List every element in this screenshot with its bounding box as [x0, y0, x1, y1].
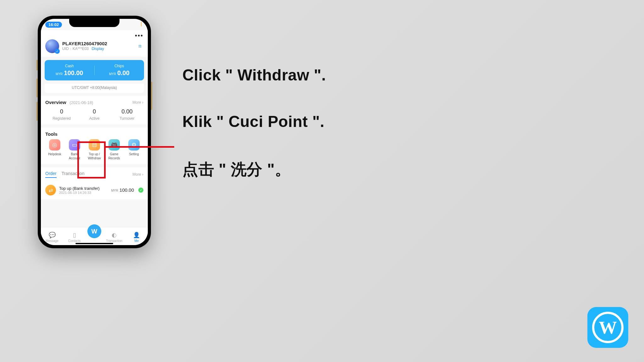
tools-title: Tools: [45, 131, 143, 137]
phone-vol-down: [36, 102, 38, 121]
qr-icon[interactable]: ⌗: [136, 43, 143, 50]
display-link[interactable]: Display: [92, 47, 104, 51]
chips-amount: 0.00: [117, 69, 130, 77]
timezone-label: UTC/GMT +8:00(Malaysia): [45, 84, 144, 93]
nav-message[interactable]: 💬Message: [43, 232, 62, 243]
overview-more-label: More: [132, 100, 141, 105]
transfer-icon: ⇄: [45, 185, 56, 195]
nav-message-label: Message: [46, 239, 58, 243]
setting-icon: ⚙: [128, 139, 140, 151]
nav-contacts[interactable]: ▯Contacts: [65, 232, 84, 243]
registered-value: 0: [45, 108, 78, 115]
registered-label: Registered: [45, 116, 78, 121]
tool-bank-account[interactable]: ▭Bank Account: [65, 139, 84, 160]
nav-contacts-label: Contacts: [68, 239, 80, 243]
orders-more-label: More: [132, 172, 141, 177]
phone-power: [151, 82, 152, 110]
turnover-label: Turnover: [111, 116, 143, 121]
status-bar: 16:02: [41, 19, 148, 30]
player-uid: UID：KA***E03 Display: [62, 46, 133, 52]
nav-me-label: Me: [134, 239, 139, 243]
instruction-ms: Klik " Cuci Point ".: [182, 112, 326, 131]
overview-section: Overview (2021-06-18) More › 0Registered…: [41, 96, 148, 124]
chips-column: Chips MYR0.00: [95, 64, 144, 77]
tools-section: Tools ◎Helpdesk ▭Bank Account ⊟Top up / …: [41, 128, 148, 164]
orders-more[interactable]: More ›: [132, 172, 143, 177]
bank-icon: ▭: [69, 139, 80, 151]
uid-prefix: UID：: [62, 47, 73, 51]
message-icon: 💬: [43, 232, 62, 239]
orders-section: Order Transaction More › ⇄ Top up (Bank …: [41, 167, 148, 199]
tab-transaction[interactable]: Transaction: [62, 171, 85, 178]
txn-title: Top up (Bank transfer): [59, 186, 108, 191]
chips-currency: MYR: [109, 72, 116, 76]
helpdesk-label: Helpdesk: [45, 152, 64, 156]
txn-currency: MYR: [111, 189, 118, 192]
brand-logo: W: [587, 307, 628, 348]
txn-amount: 100.00: [119, 187, 134, 193]
nav-center-button[interactable]: W: [87, 224, 101, 238]
nav-me[interactable]: 👤Me: [127, 232, 146, 243]
highlight-connector: [106, 146, 174, 148]
overview-date: (2021-06-18): [69, 100, 93, 105]
bank-label: Bank Account: [65, 152, 84, 160]
topup-label: Top up / Withdraw: [85, 152, 104, 160]
transaction-row[interactable]: ⇄ Top up (Bank transfer) 2021-06-19 14:2…: [45, 181, 143, 195]
game-label: Game Records: [105, 152, 124, 160]
setting-label: Setting: [125, 152, 143, 156]
status-time: 16:02: [45, 22, 62, 28]
player-name: PLAYER1260479002: [62, 41, 133, 46]
tab-order[interactable]: Order: [45, 171, 57, 178]
profile-header: ••• PLAYER1260479002 UID：KA***E03 Displa…: [41, 30, 148, 57]
phone-mute-switch: [36, 60, 38, 70]
chips-label: Chips: [95, 64, 144, 68]
helpdesk-icon: ◎: [49, 139, 60, 151]
transaction-icon: ◐: [105, 232, 124, 239]
bottom-nav: 💬Message ▯Contacts W ◐Transaction 👤Me: [41, 227, 148, 245]
cash-column: Cash MYR100.00: [45, 64, 94, 77]
overview-title: Overview: [45, 100, 66, 105]
game-icon: 🎮: [108, 139, 120, 151]
active-value: 0: [78, 108, 111, 115]
tool-topup-withdraw[interactable]: ⊟Top up / Withdraw: [85, 139, 104, 160]
txn-time: 2021-06-19 14:26:33: [59, 191, 108, 195]
cash-label: Cash: [45, 64, 94, 68]
uid-value: KA***E03: [73, 47, 89, 51]
instructions: Click " Withdraw ". Klik " Cuci Point ".…: [182, 66, 326, 208]
tool-helpdesk[interactable]: ◎Helpdesk: [45, 139, 64, 160]
nav-transaction[interactable]: ◐Transaction: [105, 232, 124, 243]
more-options-icon[interactable]: •••: [135, 32, 143, 39]
topup-icon: ⊟: [89, 139, 100, 151]
turnover-value: 0.00: [111, 108, 143, 115]
phone-mockup: 16:02 ••• PLAYER1260479002 UID：KA***E03 …: [38, 16, 151, 248]
avatar[interactable]: [45, 39, 59, 53]
status-signal-icon: [141, 22, 142, 26]
contacts-icon: ▯: [65, 232, 84, 239]
brand-logo-letter: W: [592, 312, 624, 343]
overview-more[interactable]: More ›: [132, 100, 143, 105]
app-screen: 16:02 ••• PLAYER1260479002 UID：KA***E03 …: [41, 19, 148, 245]
cash-amount: 100.00: [64, 69, 83, 77]
active-label: Active: [78, 116, 111, 121]
tool-game-records[interactable]: 🎮Game Records: [105, 139, 124, 160]
me-icon: 👤: [127, 232, 146, 239]
home-indicator: [75, 243, 113, 244]
instruction-zh: 点击 " 洗分 "。: [182, 159, 326, 180]
tool-setting[interactable]: ⚙Setting: [125, 139, 143, 160]
instruction-en: Click " Withdraw ".: [182, 66, 326, 84]
balance-card[interactable]: Cash MYR100.00 Chips MYR0.00: [45, 60, 144, 80]
phone-vol-up: [36, 79, 38, 97]
nav-transaction-label: Transaction: [106, 239, 122, 243]
cash-currency: MYR: [56, 72, 63, 76]
success-check-icon: ✓: [138, 188, 143, 193]
